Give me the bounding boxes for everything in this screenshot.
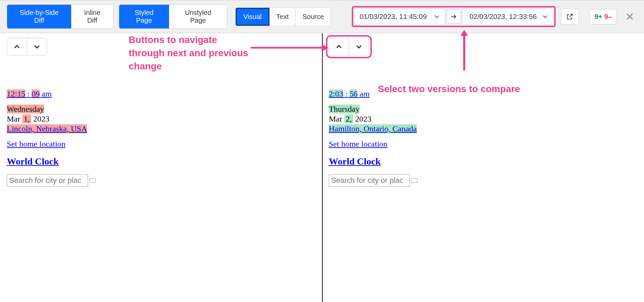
day-text: Wednesday <box>7 105 44 113</box>
chevron-up-icon <box>13 43 21 50</box>
diff-content: Buttons to navigate through next and pre… <box>0 33 644 302</box>
time-ampm: am <box>42 89 51 98</box>
day-text: Thursday <box>329 105 360 113</box>
styled-page-button[interactable]: Styled Page <box>119 5 169 28</box>
right-nav-buttons <box>329 38 369 56</box>
day-line: Thursday <box>329 105 637 114</box>
time-sep: : <box>345 89 348 98</box>
location-link[interactable]: Hamilton, Ontario, Canada <box>329 124 417 133</box>
toolbar: Side-by-Side Diff Inline Diff Styled Pag… <box>0 0 644 33</box>
version-from-value: 01/03/2023, 11:45:09 <box>360 13 427 21</box>
search-go-button[interactable] <box>411 178 417 183</box>
date-day: 2, <box>344 114 353 123</box>
city-search-input[interactable] <box>7 174 88 187</box>
date-day: 1, <box>22 114 31 123</box>
annotation-arrow-icon <box>251 43 328 53</box>
view-mode-group: Visual Text Source <box>235 7 331 26</box>
additions-count: 9+ <box>595 13 602 21</box>
day-line: Wednesday <box>7 105 315 114</box>
search-go-button[interactable] <box>89 178 95 183</box>
left-pane: Buttons to navigate through next and pre… <box>0 33 322 302</box>
text-button[interactable]: Text <box>270 8 296 26</box>
time-link[interactable]: 2:03 : 56 am <box>329 89 370 99</box>
time-sep: : <box>27 89 30 98</box>
version-to-dropdown[interactable]: 02/03/2023, 12:33:56 <box>462 8 554 25</box>
world-clock-link[interactable]: World Clock <box>7 156 59 167</box>
version-from-dropdown[interactable]: 01/03/2023, 11:45:09 <box>354 8 445 25</box>
open-external-button[interactable] <box>561 8 579 25</box>
date-year: 2023 <box>355 114 371 123</box>
arrow-right-icon <box>450 13 457 20</box>
chevron-down-icon <box>434 14 439 19</box>
right-pane: Select two versions to compare 2:03 : 56… <box>322 33 644 302</box>
time-seconds: 56 <box>349 89 358 98</box>
inline-diff-button[interactable]: Inline Diff <box>71 5 113 28</box>
prev-change-button[interactable] <box>329 38 349 55</box>
search-row <box>7 174 315 187</box>
chevron-down-icon <box>355 43 363 50</box>
location-link[interactable]: Lincoln, Nebraska, USA <box>7 124 87 133</box>
chevron-down-icon <box>33 43 41 50</box>
unstyled-page-button[interactable]: Unstyled Page <box>169 5 227 28</box>
time-seconds: 09 <box>31 89 40 98</box>
diff-mode-group: Side-by-Side Diff Inline Diff <box>7 4 113 29</box>
version-selector-container: 01/03/2023, 11:45:09 02/03/2023, 12:33:5… <box>352 6 556 27</box>
set-home-link[interactable]: Set home location <box>329 139 387 149</box>
external-link-icon <box>566 13 574 20</box>
date-month: Mar <box>7 114 20 123</box>
page-mode-group: Styled Page Unstyled Page <box>119 4 227 29</box>
set-home-link[interactable]: Set home location <box>7 139 65 149</box>
visual-button[interactable]: Visual <box>236 8 270 26</box>
diff-counts: 9+ 9– <box>589 9 617 24</box>
time-link[interactable]: 12:15 : 09 am <box>7 89 52 99</box>
version-to-value: 02/03/2023, 12:33:56 <box>470 13 537 21</box>
date-month: Mar <box>329 114 342 123</box>
world-clock-link[interactable]: World Clock <box>329 156 381 167</box>
time-hours: 12:15 <box>7 89 25 98</box>
time-ampm: am <box>360 89 369 98</box>
next-change-button[interactable] <box>349 38 369 55</box>
next-change-button[interactable] <box>27 38 47 55</box>
version-arrow-button[interactable] <box>447 9 461 24</box>
chevron-up-icon <box>335 43 343 50</box>
date-line: Mar 2, 2023 <box>329 114 637 124</box>
close-icon <box>626 13 634 21</box>
left-page-body: 12:15 : 09 am Wednesday Mar 1, 2023 Linc… <box>7 62 315 187</box>
deletions-count: 9– <box>604 13 612 21</box>
chevron-down-icon <box>542 14 548 19</box>
close-button[interactable] <box>622 10 637 23</box>
source-button[interactable]: Source <box>296 8 330 26</box>
city-search-input[interactable] <box>329 174 410 187</box>
time-hours: 2:03 <box>329 89 343 98</box>
date-year: 2023 <box>33 114 49 123</box>
prev-change-button[interactable] <box>7 38 27 55</box>
right-page-body: 2:03 : 56 am Thursday Mar 2, 2023 Hamilt… <box>329 62 637 187</box>
date-line: Mar 1, 2023 <box>7 114 315 124</box>
left-nav-buttons <box>7 38 47 56</box>
search-row <box>329 174 637 187</box>
side-by-side-diff-button[interactable]: Side-by-Side Diff <box>7 5 71 28</box>
